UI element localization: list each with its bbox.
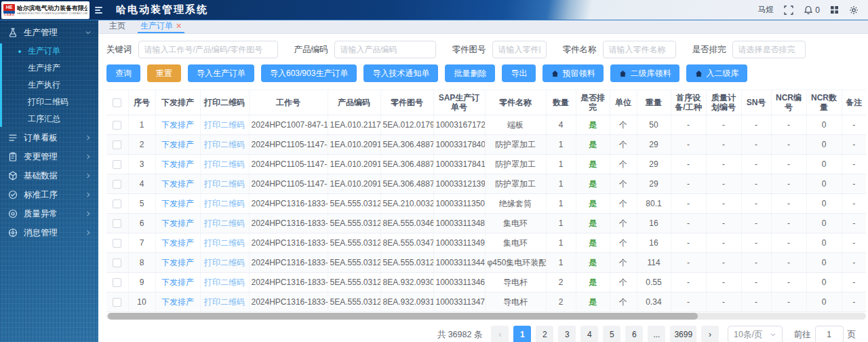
tab[interactable]: 生产订单 ✕ [138, 20, 184, 33]
sidebar-subitem[interactable]: 打印二维码 [0, 94, 98, 111]
action-button[interactable]: 批量删除 [445, 64, 495, 82]
sidebar-group-item[interactable]: 基础数据 [0, 166, 98, 185]
cell-index: 3 [128, 155, 155, 174]
sidebar-group-item[interactable]: 消息管理 [0, 223, 98, 242]
row-checkbox[interactable] [113, 239, 121, 248]
send-schedule-link[interactable]: 下发排产 [155, 115, 200, 135]
print-qrcode-link[interactable]: 打印二维码 [200, 174, 249, 194]
scrollbar-thumb[interactable] [108, 313, 698, 320]
print-qrcode-link[interactable]: 打印二维码 [200, 292, 249, 312]
filter-input[interactable] [334, 41, 436, 58]
print-qrcode-link[interactable]: 打印二维码 [200, 115, 249, 135]
row-checkbox[interactable] [113, 140, 121, 149]
tab[interactable]: 主页 [106, 20, 128, 33]
send-schedule-link[interactable]: 下发排产 [155, 155, 200, 174]
send-schedule-link[interactable]: 下发排产 [155, 174, 200, 194]
page-number-button[interactable]: 5 [603, 326, 620, 342]
sidebar-group-item[interactable]: 质量异常 [0, 204, 98, 223]
user-name[interactable]: 马煜 [757, 4, 774, 16]
filter-input[interactable] [138, 41, 278, 58]
sidebar-group-item[interactable]: 订单看板 [0, 128, 98, 147]
page-number-button[interactable]: 4 [580, 326, 598, 342]
page-number-button[interactable]: 6 [625, 326, 643, 342]
cell-index: 7 [128, 233, 155, 253]
action-button[interactable]: 查询 [106, 64, 140, 82]
sidebar-subitem[interactable]: 生产订单 [0, 43, 98, 60]
row-checkbox[interactable] [113, 180, 121, 189]
action-button[interactable]: 导入603/903生产订单 [261, 64, 357, 82]
send-schedule-link[interactable]: 下发排产 [155, 135, 200, 155]
cell-index: 8 [128, 253, 155, 273]
print-qrcode-link[interactable]: 打印二维码 [200, 233, 249, 253]
row-checkbox[interactable] [113, 298, 121, 307]
cell-index: 9 [128, 273, 155, 292]
print-qrcode-link[interactable]: 打印二维码 [200, 194, 249, 214]
print-qrcode-link[interactable]: 打印二维码 [200, 155, 249, 174]
send-schedule-link[interactable]: 下发排产 [155, 194, 200, 214]
row-checkbox[interactable] [113, 259, 121, 267]
sidebar-subitem-label: 生产排产 [28, 62, 60, 74]
apps-grid-icon[interactable] [830, 5, 839, 14]
send-schedule-link[interactable]: 下发排产 [155, 273, 200, 292]
page-number-button[interactable]: 3 [558, 326, 576, 342]
cell-sap-order-no: 10003311350 [433, 194, 485, 214]
row-checkbox[interactable] [113, 121, 121, 130]
cell-qty: 1 [546, 135, 576, 155]
sidebar-subitem[interactable]: 工序汇总 [0, 111, 98, 128]
goto-page-input[interactable] [815, 326, 844, 342]
select-all-checkbox[interactable] [113, 98, 121, 107]
settings-gear-icon[interactable] [849, 5, 859, 15]
page-number-button[interactable]: 3699 [670, 326, 696, 342]
sidebar-group-item[interactable]: 变更管理 [0, 147, 98, 166]
cell-weight: 16 [637, 214, 671, 233]
prev-page-button[interactable]: ‹ [491, 326, 509, 342]
tab-close-icon[interactable]: ✕ [176, 22, 182, 30]
sidebar-group-label: 基础数据 [24, 170, 58, 182]
next-page-button[interactable]: › [701, 326, 719, 342]
send-schedule-link[interactable]: 下发排产 [155, 233, 200, 253]
send-schedule-link[interactable]: 下发排产 [155, 253, 200, 273]
print-qrcode-link[interactable]: 打印二维码 [200, 214, 249, 233]
action-button[interactable]: 重置 [147, 64, 181, 82]
row-checkbox[interactable] [113, 219, 121, 228]
print-qrcode-link[interactable]: 打印二维码 [200, 135, 249, 155]
page-number-button[interactable]: 1 [513, 326, 531, 342]
page-number-button[interactable]: 2 [536, 326, 553, 342]
sidebar-group-item[interactable]: 标准工序 [0, 185, 98, 204]
action-button[interactable]: 入二级库 [686, 64, 747, 82]
action-button[interactable]: 导入生产订单 [188, 64, 254, 82]
cell-remark: - [842, 253, 866, 273]
sidebar-group-item[interactable]: 生产管理 [0, 23, 98, 42]
cell-index: 10 [128, 292, 155, 312]
cell-sn: - [741, 155, 771, 174]
action-button[interactable]: 导出 [502, 64, 536, 82]
filter-select[interactable]: 请选择是否排完 [732, 41, 806, 58]
notification-bell-icon[interactable]: 0 [804, 5, 820, 15]
filter-input[interactable] [492, 41, 547, 58]
sidebar-subitem[interactable]: 生产排产 [0, 60, 98, 77]
send-schedule-link[interactable]: 下发排产 [155, 214, 200, 233]
fullscreen-icon[interactable] [784, 5, 793, 15]
sidebar-collapse-icon[interactable] [95, 7, 102, 14]
print-qrcode-link[interactable]: 打印二维码 [200, 273, 249, 292]
cell-qty: 1 [546, 253, 576, 273]
send-schedule-link[interactable]: 下发排产 [155, 292, 200, 312]
action-button[interactable]: 导入技术通知单 [363, 64, 438, 82]
sidebar-subitem[interactable]: 生产执行 [0, 77, 98, 94]
horizontal-scrollbar[interactable] [106, 313, 866, 320]
sidebar-submenu: 生产订单 生产排产 生产执行 打印二维码 工序汇总 [0, 42, 98, 128]
row-checkbox[interactable] [113, 278, 121, 287]
action-button[interactable]: 预留领料 [542, 64, 604, 82]
cell-unit: 个 [610, 233, 637, 253]
filter-input[interactable] [603, 41, 676, 58]
process-icon [8, 190, 18, 200]
row-checkbox[interactable] [113, 160, 121, 169]
cell-quality-plan-no: - [706, 292, 741, 312]
cell-part-name: 防护罩加工 [485, 135, 546, 155]
page-size-select[interactable]: 10条/页 [728, 326, 782, 342]
page-number-button[interactable]: ... [648, 326, 665, 342]
print-qrcode-link[interactable]: 打印二维码 [200, 253, 249, 273]
cell-part-name: 防护罩加工 [485, 174, 546, 194]
row-checkbox[interactable] [113, 200, 121, 208]
action-button[interactable]: 二级库领料 [610, 64, 679, 82]
